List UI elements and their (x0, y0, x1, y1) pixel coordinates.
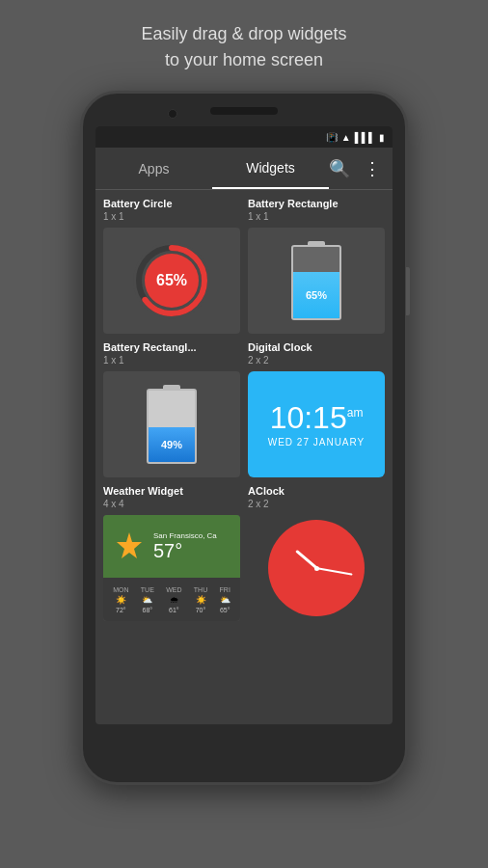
signal-icon: ▌▌▌ (355, 132, 375, 143)
widget-battery-rect-size: 1 x 1 (248, 211, 385, 222)
widget-battery-circle[interactable]: Battery Circle 1 x 1 65% (103, 198, 240, 334)
widget-battery-rect-title: Battery Rectangle (248, 198, 385, 209)
widget-weather-size: 4 x 4 (103, 499, 240, 509)
phone-speaker (210, 107, 278, 115)
widget-weather[interactable]: Weather Widget 4 x 4 San Fransisco, Ca 5… (103, 485, 240, 621)
widget-battery-rect2-title: Battery Rectangl... (103, 341, 240, 353)
tab-widgets[interactable]: Widgets (212, 148, 329, 189)
content-area: Battery Circle 1 x 1 65% Battery Rectan (95, 190, 393, 724)
battery-icon: ▮ (379, 132, 385, 143)
widget-battery-circle-size: 1 x 1 (103, 211, 240, 222)
widget-aclock-title: AClock (248, 485, 385, 497)
widget-weather-title: Weather Widget (103, 485, 240, 497)
widget-digital-clock-preview: 10:15am WED 27 JANUARY (248, 371, 385, 477)
widget-aclock[interactable]: AClock 2 x 2 (248, 485, 385, 621)
widget-aclock-size: 2 x 2 (248, 499, 385, 509)
status-bar: 📳 ▲ ▌▌▌ ▮ (95, 126, 393, 148)
sun-icon (111, 529, 148, 565)
search-icon[interactable]: 🔍 (329, 158, 350, 179)
widget-battery-rect2[interactable]: Battery Rectangl... 1 x 1 49% (103, 341, 240, 477)
phone-side-button (406, 267, 410, 315)
widget-battery-circle-preview: 65% (103, 228, 240, 334)
phone-shell: 📳 ▲ ▌▌▌ ▮ Apps Widgets 🔍 ⋮ Battery Circl… (80, 91, 408, 785)
svg-marker-3 (117, 532, 142, 558)
wifi-icon: ▲ (341, 132, 351, 143)
tab-actions: 🔍 ⋮ (329, 158, 393, 179)
widget-digital-clock-size: 2 x 2 (248, 355, 385, 366)
widget-aclock-preview (248, 515, 385, 621)
widget-battery-rect[interactable]: Battery Rectangle 1 x 1 65% (248, 198, 385, 334)
widget-digital-clock[interactable]: Digital Clock 2 x 2 10:15am WED 27 JANUA… (248, 341, 385, 477)
header-text: Easily drag & drop widgets to your home … (141, 21, 346, 73)
widget-battery-rect-preview: 65% (248, 228, 385, 334)
phone-screen: 📳 ▲ ▌▌▌ ▮ Apps Widgets 🔍 ⋮ Battery Circl… (95, 126, 393, 724)
widget-battery-circle-title: Battery Circle (103, 198, 240, 209)
widget-battery-rect2-preview: 49% (103, 371, 240, 477)
widget-digital-clock-title: Digital Clock (248, 341, 385, 353)
vibrate-icon: 📳 (326, 132, 338, 143)
tab-bar: Apps Widgets 🔍 ⋮ (95, 148, 393, 190)
more-icon[interactable]: ⋮ (364, 158, 381, 179)
phone-camera (168, 109, 177, 119)
tab-apps[interactable]: Apps (95, 148, 212, 189)
widget-battery-rect2-size: 1 x 1 (103, 355, 240, 366)
widget-weather-preview: San Fransisco, Ca 57° MON☀️72° TUE⛅68° W… (103, 515, 240, 621)
